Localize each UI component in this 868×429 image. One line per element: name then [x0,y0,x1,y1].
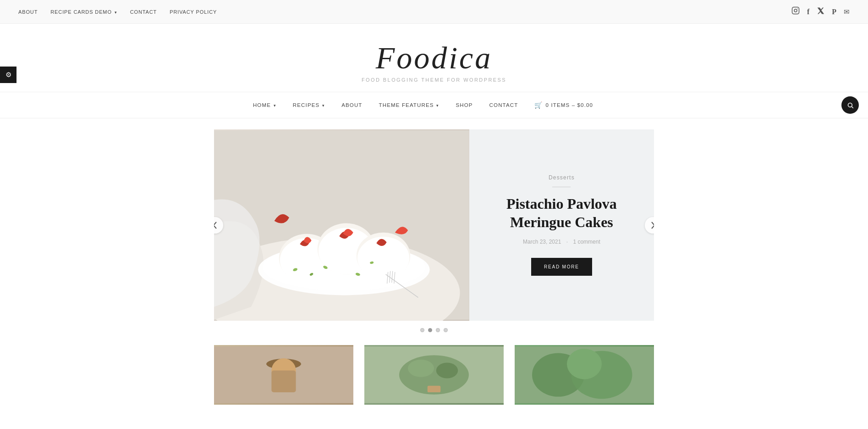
slider-dot-4[interactable] [444,328,448,332]
thumbnail-2[interactable] [364,345,504,405]
slider-container: Desserts Pistachio Pavlova Meringue Cake… [214,129,654,321]
cart-label: 0 ITEMS – $0.00 [546,102,593,108]
svg-point-31 [408,360,434,377]
top-navigation: ABOUT RECIPE CARDS DEMO ▾ CONTACT PRIVAC… [18,9,217,15]
facebook-icon[interactable]: f [807,8,809,16]
social-icons-group: f P ✉ [791,6,850,17]
slider-image [214,129,469,321]
slider-meta: March 23, 2021 · 1 comment [521,239,602,245]
recipes-dropdown-icon: ▾ [320,103,325,108]
svg-rect-0 [792,7,799,14]
instagram-icon[interactable] [791,6,800,17]
svg-rect-33 [428,386,441,392]
svg-rect-28 [271,371,296,393]
topnav-contact[interactable]: CONTACT [130,9,157,15]
theme-dropdown-icon: ▾ [435,103,439,108]
pinterest-icon[interactable]: P [832,8,836,16]
settings-button[interactable]: ⚙ [0,67,16,83]
svg-point-1 [794,9,797,12]
slider-dot-3[interactable] [436,328,440,332]
slider-content: Desserts Pistachio Pavlova Meringue Cake… [469,129,654,321]
slider-category: Desserts [549,174,575,187]
site-header: Foodica FOOD BLOGGING THEME FOR WORDPRES… [0,24,868,92]
thumbnail-1[interactable] [214,345,353,405]
main-navigation: HOME ▾ RECIPES ▾ ABOUT THEME FEATURES ▾ … [0,92,868,118]
mainnav-recipes[interactable]: RECIPES ▾ [285,102,333,108]
cart-icon: 🛒 [534,101,543,109]
main-nav-links: HOME ▾ RECIPES ▾ ABOUT THEME FEATURES ▾ … [9,101,837,109]
dropdown-arrow-icon: ▾ [115,10,117,15]
topnav-about[interactable]: ABOUT [18,9,38,15]
slider-comments: 1 comment [573,239,600,245]
mainnav-home[interactable]: HOME ▾ [245,102,285,108]
top-bar: ABOUT RECIPE CARDS DEMO ▾ CONTACT PRIVAC… [0,0,868,24]
slider-dot-2[interactable] [428,328,432,332]
svg-point-32 [436,362,458,378]
svg-line-4 [852,106,853,108]
topnav-privacy[interactable]: PRIVACY POLICY [170,9,217,15]
mainnav-shop[interactable]: SHOP [447,102,481,108]
slider-dots [214,328,654,332]
slider-separator: · [566,239,570,245]
svg-point-37 [567,349,602,379]
slider-dot-1[interactable] [420,328,424,332]
mainnav-theme-features[interactable]: THEME FEATURES ▾ [371,102,448,108]
mainnav-contact[interactable]: CONTACT [481,102,527,108]
slider-title: Pistachio Pavlova Meringue Cakes [492,195,631,231]
search-button[interactable] [841,96,859,114]
mainnav-about[interactable]: ABOUT [333,102,370,108]
twitter-icon[interactable] [817,7,824,17]
home-dropdown-icon: ▾ [272,103,276,108]
read-more-button[interactable]: READ MORE [531,258,592,276]
gear-icon: ⚙ [5,71,11,79]
thumbnail-grid [214,345,654,405]
hero-slider: Desserts Pistachio Pavlova Meringue Cake… [214,129,654,332]
svg-point-3 [848,103,852,107]
email-icon[interactable]: ✉ [844,8,850,16]
svg-point-2 [797,8,798,9]
site-subtitle: FOOD BLOGGING THEME FOR WORDPRESS [9,77,859,83]
slider-illustration [214,129,469,321]
site-title[interactable]: Foodica [9,42,859,73]
slider-date: March 23, 2021 [523,239,561,245]
thumbnail-3[interactable] [515,345,654,405]
topnav-recipe-cards[interactable]: RECIPE CARDS DEMO ▾ [50,9,117,15]
cart-link[interactable]: 🛒 0 ITEMS – $0.00 [526,101,601,109]
